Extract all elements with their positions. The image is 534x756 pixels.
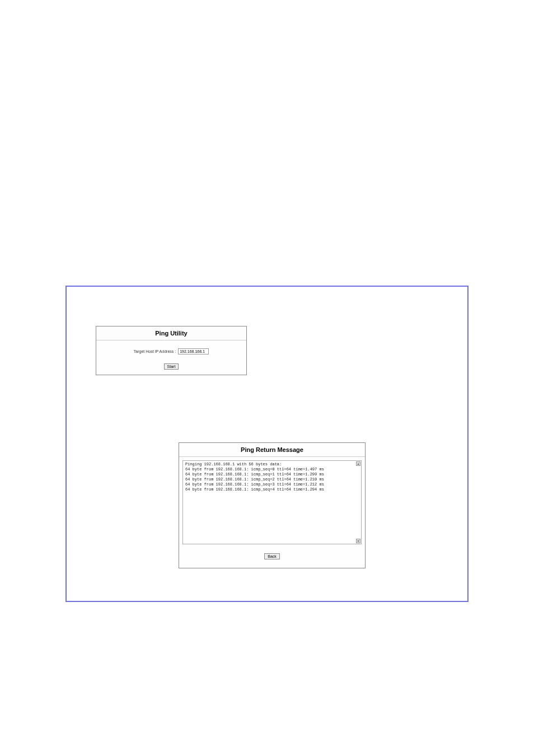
ping-utility-panel: Ping Utility Target Host IP Address : St… bbox=[96, 326, 247, 375]
outer-frame: Ping Utility Target Host IP Address : St… bbox=[65, 286, 469, 602]
ping-utility-body: Target Host IP Address : Start bbox=[96, 340, 246, 375]
ping-utility-title: Ping Utility bbox=[96, 326, 246, 340]
ping-return-panel: Ping Return Message ▲ Pinging 192.168.16… bbox=[179, 442, 366, 568]
ping-return-body: ▲ Pinging 192.168.168.1 with 56 bytes da… bbox=[179, 457, 365, 568]
scroll-down-icon[interactable]: ▼ bbox=[356, 539, 360, 543]
back-button[interactable]: Back bbox=[264, 553, 280, 559]
back-button-row: Back bbox=[182, 544, 362, 564]
target-ip-row: Target Host IP Address : bbox=[101, 348, 242, 354]
target-ip-label: Target Host IP Address : bbox=[134, 349, 176, 353]
ping-output-textarea[interactable]: ▲ Pinging 192.168.168.1 with 56 bytes da… bbox=[182, 460, 362, 544]
start-button[interactable]: Start bbox=[164, 363, 179, 370]
ping-output-content: Pinging 192.168.168.1 with 56 bytes data… bbox=[183, 461, 361, 494]
ping-return-title: Ping Return Message bbox=[179, 443, 365, 457]
start-button-row: Start bbox=[101, 360, 242, 370]
target-ip-input[interactable] bbox=[178, 348, 209, 354]
scroll-up-icon[interactable]: ▲ bbox=[356, 461, 360, 466]
